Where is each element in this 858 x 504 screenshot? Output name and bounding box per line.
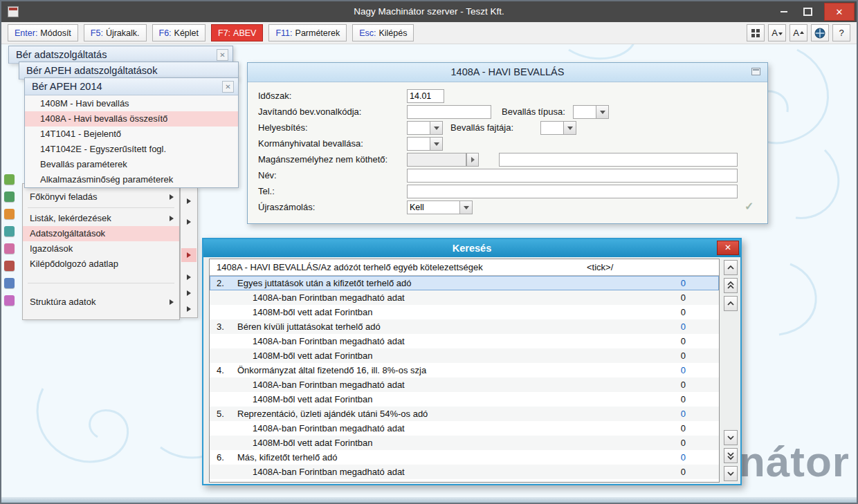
helyesbites-select[interactable] [407,121,443,135]
dialog-titlebar[interactable]: 1408A - HAVI BEVALLÁS [248,63,767,82]
menu-item-adatszolgaltatasok[interactable]: Adatszolgáltatások [23,226,179,241]
table-row[interactable]: 1408M-ből vett adat Forintban 0 [210,436,719,450]
bevallas-tipusa-select[interactable] [573,105,609,119]
submenu-arrow-icon [187,219,191,225]
lookup-button[interactable] [466,153,479,167]
window-header[interactable]: Bér APEH 2014 ✕ [25,78,238,95]
submenu-arrow-active[interactable] [181,248,197,262]
dock-icon[interactable] [4,261,15,271]
submenu-arrow[interactable] [181,194,197,208]
idoszak-input[interactable] [407,89,444,103]
menu-item-14t1042e[interactable]: 14T1042E - Egyszerűsített fogl. [25,142,238,157]
menu-item-14t1041[interactable]: 14T1041 - Bejelentő [25,127,238,142]
font-increase-button[interactable]: A [789,24,807,41]
close-button[interactable]: ✕ [824,3,855,21]
menu-item-1408a[interactable]: 1408A - Havi bevallás összesítő [25,111,238,127]
help-button[interactable]: ? [832,24,850,41]
submenu-arrow[interactable] [181,302,197,316]
ujraszamolas-select[interactable]: Kell [407,200,473,214]
dock-icon[interactable] [4,209,15,219]
scroll-up-button[interactable] [724,260,738,275]
table-row[interactable]: 4. Önkormányzat által fizetendő 16, ill.… [210,363,719,377]
close-button[interactable]: ✕ [717,241,739,255]
modosit-button[interactable]: Enter: Módosít [8,24,78,41]
table-row[interactable]: 1408M-ből vett adat Forintban 0 [210,348,719,363]
dropdown-arrow-icon[interactable] [563,122,576,134]
dock-icon[interactable] [4,192,15,202]
table-row[interactable]: 6. Más, kifizetőt terhelő adó 0 [210,450,719,465]
dialog-titlebar[interactable]: Keresés ✕ [203,239,740,257]
grid-view-button[interactable] [747,24,765,41]
window-titlebar[interactable]: Nagy Machinátor szerver - Teszt Kft. ✕ [1,1,857,22]
dock-icon[interactable] [4,278,15,288]
chevron-up-icon [727,263,735,272]
dock-icon[interactable] [4,226,15,236]
tel-input[interactable] [407,185,738,198]
tel-label: Tel.: [258,185,275,198]
submenu-arrow[interactable] [181,286,197,300]
table-row[interactable]: 1408A-ban Forintban megadható adat 0 [210,421,719,436]
dropdown-arrow-icon[interactable] [430,122,442,134]
table-row[interactable]: 1408A-ban Forintban megadható adat 0 [210,465,719,479]
menu-item-struktura-adatok[interactable]: Struktúra adatok [23,295,179,310]
dropdown-arrow-icon[interactable] [459,201,472,214]
abev-button[interactable]: F7: ABEV [211,24,263,41]
maganszemely-input[interactable] [407,153,466,167]
scroll-down-button[interactable] [724,466,738,481]
submenu-arrow[interactable] [181,215,197,229]
keplet-button[interactable]: F6: Képlet [152,24,206,41]
globe-button[interactable] [811,24,829,41]
menu-item-alkalmazasminoseg[interactable]: Alkalmazásminőség paraméterek [25,172,238,187]
kilepes-button[interactable]: Esc: Kilépés [352,24,414,41]
table-body: 2. Egyes juttatások után a kifizetőt ter… [210,276,719,479]
helyesbites-label: Helyesbítés: [258,121,308,135]
table-row[interactable]: 2. Egyes juttatások után a kifizetőt ter… [210,276,719,290]
restore-icon[interactable] [751,68,760,75]
dropdown-arrow-icon[interactable] [430,138,442,150]
menu-item-listak[interactable]: Listák, lekérdezések [23,211,179,226]
nev-input[interactable] [407,169,738,183]
scroll-up-small-button[interactable] [724,296,738,311]
bevallas-fajtaja-select[interactable] [540,121,576,135]
table-row[interactable]: 3. Béren kívüli juttatásokat terhelő adó… [210,319,719,334]
menu-item-fokonyvi-feladas[interactable]: Főkönyvi feladás [23,189,179,205]
confirm-check-icon[interactable]: ✓ [745,200,754,213]
table-row[interactable]: 1408M-ből vett adat Forintban 0 [210,392,719,407]
submenu-arrow-icon [187,274,191,280]
menu-separator [28,207,174,208]
page-down-button[interactable] [724,448,738,463]
minimize-button[interactable] [774,1,794,22]
dialog-title: Keresés [203,239,740,257]
maximize-button[interactable] [797,1,818,22]
menu-item-igazolasok[interactable]: Igazolások [23,241,179,256]
table-row[interactable]: 1408A-ban Forintban megadható adat 0 [210,334,719,348]
javitando-label: Javítandó bev.vonalkódja: [258,105,361,119]
menu-item-kilepodolgozo[interactable]: Kilépődolgozó adatlap [23,256,179,272]
menu-item-1408m[interactable]: 1408M - Havi bevallás [25,96,238,111]
table-row[interactable]: 5. Reprezentáció, üzleti ajándék utáni 5… [210,407,719,421]
table-row[interactable]: 1408A-ban Forintban megadható adat 0 [210,290,719,305]
function-key-toolbar: Enter: Módosít F5: Újrakalk. F6: Képlet … [1,22,857,44]
lookup-arrow-icon [471,157,475,162]
scroll-down-small-button[interactable] [724,430,738,445]
table-row[interactable]: 1408M-ből vett adat Forintban 0 [210,305,719,319]
menu-item-bevallas-parameterek[interactable]: Bevallás paraméterek [25,157,238,172]
font-decrease-icon: A [772,28,778,38]
ujrakalk-button[interactable]: F5: Újrakalk. [84,24,147,41]
font-increase-icon: A [793,28,799,38]
page-up-button[interactable] [724,278,738,293]
close-icon[interactable]: ✕ [217,49,228,61]
table-row[interactable]: 1408A-ban Forintban megadható adat 0 [210,377,719,392]
kormanyhivatal-select[interactable] [407,137,443,151]
dock-icon[interactable] [4,243,15,254]
submenu-arrow[interactable] [181,270,197,284]
dock-icon[interactable] [4,174,15,185]
parameterek-button[interactable]: F11: Parméterek [268,24,347,41]
font-decrease-button[interactable]: A [768,24,786,41]
close-icon[interactable]: ✕ [222,81,234,93]
javitando-input[interactable] [407,105,491,119]
maganszemely-name-input[interactable] [499,153,738,167]
dropdown-arrow-icon[interactable] [596,106,608,118]
dock-icon[interactable] [4,295,15,306]
submenu-arrow-icon [170,216,174,221]
